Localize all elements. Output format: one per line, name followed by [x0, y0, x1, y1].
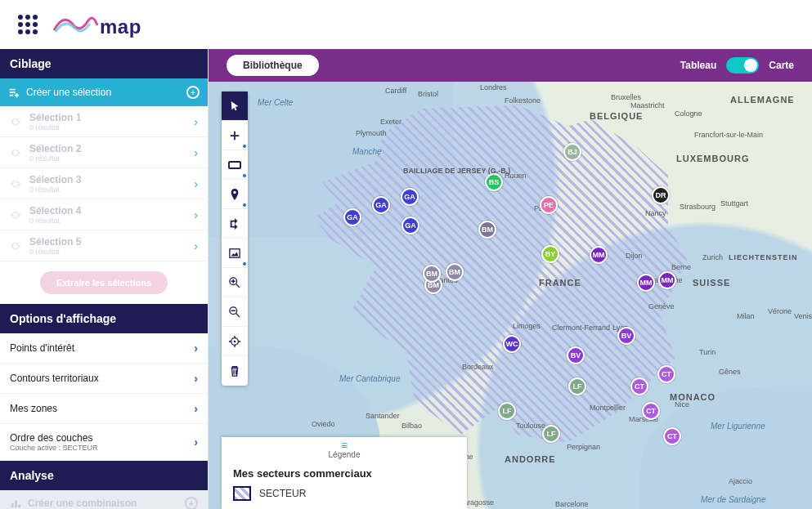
tool-trash[interactable]	[222, 356, 248, 386]
city-label: Turin	[699, 348, 716, 356]
sector-pin-ga[interactable]: GA	[343, 208, 361, 226]
selection-subtitle: 0 résultat	[29, 248, 194, 256]
create-selection-button[interactable]: Créer une sélection +	[0, 78, 208, 106]
tool-cursor[interactable]	[222, 92, 248, 121]
city-label: Santander	[366, 412, 400, 420]
library-button[interactable]: Bibliothèque	[227, 55, 319, 76]
sector-pin-bv[interactable]: BV	[617, 327, 635, 345]
option-label: Points d'intérêt	[10, 342, 74, 354]
sector-pin-bs[interactable]: BS	[485, 173, 503, 191]
sector-pin-lf[interactable]: LF	[498, 402, 516, 420]
chevron-right-icon: ›	[194, 372, 198, 385]
sea-area	[640, 386, 812, 509]
city-label: Dijon	[626, 252, 643, 260]
chevron-right-icon: ›	[194, 239, 198, 252]
chevron-right-icon: ›	[194, 208, 198, 221]
sector-pin-mm[interactable]: MM	[590, 246, 608, 264]
sector-pin-lf[interactable]: LF	[568, 377, 586, 395]
svg-rect-3	[229, 162, 240, 168]
apps-menu-icon[interactable]	[18, 15, 38, 34]
sector-pin-by[interactable]: BY	[541, 245, 559, 263]
svg-rect-4	[230, 248, 240, 257]
option-row[interactable]: Ordre des couchesCouche active : SECTEUR…	[0, 424, 208, 461]
sector-pin-bm[interactable]: BM	[423, 265, 441, 283]
sector-pin-ga[interactable]: GA	[401, 188, 419, 206]
bar-chart-icon	[10, 498, 21, 509]
sector-pin-ct[interactable]: CT	[630, 377, 648, 395]
sector-pin-ga[interactable]: GA	[402, 217, 419, 234]
selection-subtitle: 0 résultat	[29, 185, 194, 194]
chevron-right-icon: ›	[194, 115, 198, 128]
sector-pin-bm[interactable]: BM	[478, 221, 496, 239]
sector-pin-ct[interactable]: CT	[657, 365, 675, 383]
sector-pin-bv[interactable]: BV	[567, 346, 585, 364]
sector-pin-bm[interactable]: BM	[446, 263, 464, 281]
svg-point-8	[234, 340, 236, 342]
sidebar: Ciblage Créer une sélection + Sélection …	[0, 49, 209, 509]
sector-pin-wc[interactable]: WC	[503, 335, 521, 353]
city-label: Bilbao	[402, 422, 422, 430]
create-combination-row[interactable]: Créer une combinaison +	[0, 490, 208, 509]
option-label: Contours territoriaux	[10, 373, 99, 384]
selection-subtitle: 0 résultat	[29, 154, 194, 163]
city-label: Ajaccio	[729, 477, 752, 485]
water-label: Mer Cantabrique	[339, 374, 400, 383]
country-label: LIECHTENSTEIN	[729, 253, 798, 261]
sector-pin-bj[interactable]: BJ	[563, 143, 581, 161]
view-toggle-switch[interactable]	[726, 57, 759, 74]
map-toolbox	[222, 92, 248, 386]
sector-pin-ct[interactable]: CT	[642, 402, 660, 420]
view-toggle-right[interactable]: Carte	[769, 60, 794, 71]
country-label: FRANCE	[539, 278, 581, 288]
legend-item-label: SECTEUR	[259, 488, 306, 499]
option-row[interactable]: Contours territoriaux›	[0, 364, 208, 394]
sector-pin-pe[interactable]: PE	[540, 196, 558, 214]
sector-pin-lf[interactable]: LF	[542, 425, 560, 443]
tool-image[interactable]	[222, 239, 248, 268]
city-label: Cologne	[675, 109, 702, 118]
tool-plus[interactable]	[222, 121, 248, 150]
selection-row[interactable]: Sélection 50 résultat›	[0, 230, 208, 261]
panel-options-header: Options d'affichage	[0, 304, 208, 333]
option-row[interactable]: Mes zones›	[0, 394, 208, 424]
country-label: ANDORRE	[505, 454, 556, 464]
tool-pin[interactable]	[222, 180, 248, 209]
water-label: Mer Celte	[258, 98, 293, 107]
visibility-icon	[10, 209, 21, 221]
legend-drag-handle-icon[interactable]: ≡	[233, 442, 455, 449]
plus-circle-icon: +	[185, 497, 198, 509]
topbar: map	[0, 0, 812, 49]
panel-analyse-header: Analyse	[0, 461, 208, 490]
view-toggle-left[interactable]: Tableau	[680, 60, 716, 71]
option-row[interactable]: Points d'intérêt›	[0, 333, 208, 364]
visibility-icon	[10, 178, 21, 190]
city-label: Perpignan	[567, 443, 600, 451]
legend-section-header: Mes secteurs commerciaux	[233, 467, 455, 480]
sector-pin-mm[interactable]: MM	[658, 271, 676, 289]
map-canvas[interactable]: Mer Celte Manche Mer Cantabrique Mer Lig…	[209, 82, 812, 509]
tool-route[interactable]	[222, 209, 248, 239]
city-label: Stuttgart	[720, 199, 748, 208]
selection-title: Sélection 2	[29, 143, 194, 154]
selection-row[interactable]: Sélection 30 résultat›	[0, 168, 208, 199]
tool-zoom-out[interactable]	[222, 297, 248, 327]
sector-pin-ga[interactable]: GA	[372, 196, 390, 214]
sector-pin-dr[interactable]: DR	[652, 186, 670, 204]
sector-pin-ct[interactable]: CT	[663, 427, 681, 445]
city-label: Francfort-sur-le-Main	[694, 131, 763, 139]
selection-row[interactable]: Sélection 10 résultat›	[0, 106, 208, 137]
extract-selections-button[interactable]: Extraire les sélections	[40, 271, 168, 294]
list-add-icon	[8, 87, 20, 98]
tool-rect[interactable]	[222, 150, 248, 180]
selection-row[interactable]: Sélection 20 résultat›	[0, 137, 208, 168]
city-label: Vérone	[768, 307, 792, 315]
tool-locate[interactable]	[222, 327, 248, 356]
city-label: Bruxelles	[611, 93, 641, 101]
country-label: ALLEMAGNE	[730, 95, 795, 105]
visibility-icon	[10, 147, 21, 159]
country-label: SUISSE	[693, 278, 730, 288]
sector-pin-mm[interactable]: MM	[637, 274, 655, 292]
selection-row[interactable]: Sélection 40 résultat›	[0, 199, 208, 230]
selection-title: Sélection 5	[29, 236, 194, 248]
tool-zoom-in[interactable]	[222, 268, 248, 297]
